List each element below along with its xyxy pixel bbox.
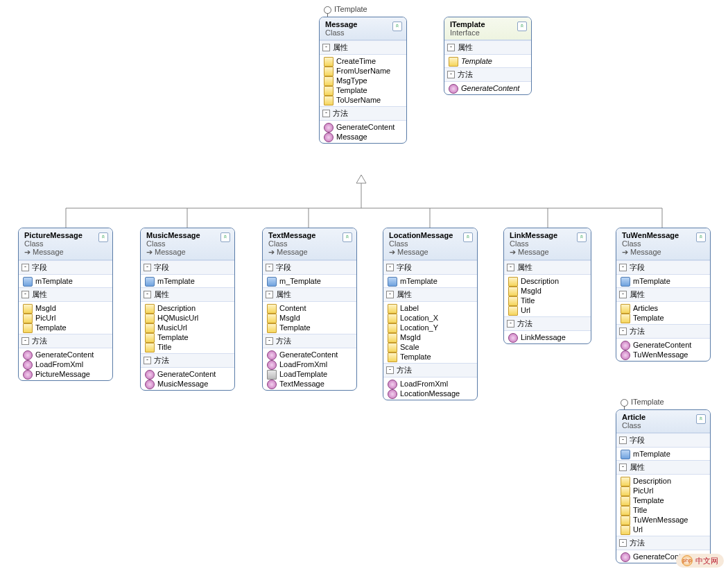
lollipop-itemplate-message: ITemplate bbox=[324, 5, 367, 14]
class-locationmessage[interactable]: LocationMessage Class Message -字段 mTempl… bbox=[383, 228, 478, 400]
class-linkmessage[interactable]: LinkMessage Class Message -属性 Descriptio… bbox=[503, 228, 591, 344]
section-props[interactable]: -属性 bbox=[444, 40, 531, 55]
prop: Content bbox=[263, 303, 356, 313]
interface-itemplate[interactable]: ITemplate Interface -属性 Template -方法 Gen… bbox=[444, 17, 532, 95]
section-methods[interactable]: -方法 bbox=[504, 316, 591, 331]
header: ITemplate Interface bbox=[444, 17, 531, 40]
property-icon bbox=[324, 96, 333, 105]
section-props[interactable]: -属性 bbox=[616, 460, 710, 475]
section-props[interactable]: -属性 bbox=[19, 287, 112, 302]
toggle-icon[interactable]: - bbox=[21, 337, 29, 345]
prop: FromUserName bbox=[320, 66, 406, 76]
prop: Url bbox=[616, 525, 710, 534]
method-icon bbox=[145, 380, 155, 389]
class-picturemessage[interactable]: PictureMessage Class Message -字段 mTempla… bbox=[18, 228, 113, 381]
name: LocationMessage bbox=[389, 231, 473, 239]
field: mTemplate bbox=[383, 276, 477, 286]
section-props[interactable]: -属性 bbox=[616, 287, 710, 302]
section-fields[interactable]: -字段 bbox=[263, 260, 356, 275]
name: TuWenMessage bbox=[622, 231, 706, 239]
section-fields[interactable]: -字段 bbox=[616, 260, 710, 275]
header: LocationMessage Class Message bbox=[383, 228, 477, 260]
toggle-icon[interactable]: - bbox=[386, 366, 394, 374]
toggle-icon[interactable]: - bbox=[21, 264, 29, 271]
toggle-icon[interactable]: - bbox=[386, 291, 394, 298]
toggle-icon[interactable]: - bbox=[144, 357, 151, 364]
property-icon bbox=[145, 323, 155, 333]
class-article[interactable]: Article Class -字段 mTemplate -属性 Descript… bbox=[616, 409, 711, 563]
toggle-icon[interactable]: - bbox=[21, 291, 29, 298]
class-tuwenmessage[interactable]: TuWenMessage Class Message -字段 mTemplate… bbox=[616, 228, 711, 362]
toggle-icon[interactable]: - bbox=[619, 328, 627, 335]
collapse-icon[interactable] bbox=[696, 414, 706, 424]
toggle-icon[interactable]: - bbox=[619, 436, 627, 444]
prop: Template bbox=[616, 313, 710, 323]
section-fields[interactable]: -字段 bbox=[616, 433, 710, 448]
section-methods[interactable]: -方法 bbox=[383, 363, 477, 377]
section-props[interactable]: -属性 bbox=[320, 40, 406, 55]
section-methods[interactable]: -方法 bbox=[444, 67, 531, 82]
section-props[interactable]: -属性 bbox=[141, 287, 234, 302]
prop: Template bbox=[19, 323, 112, 332]
section-methods[interactable]: -方法 bbox=[616, 536, 710, 550]
toggle-icon[interactable]: - bbox=[619, 464, 627, 471]
toggle-icon[interactable]: - bbox=[322, 110, 330, 117]
toggle-icon[interactable]: - bbox=[266, 337, 273, 345]
collapse-icon[interactable] bbox=[98, 232, 108, 242]
collapse-icon[interactable] bbox=[696, 232, 706, 242]
section-methods[interactable]: -方法 bbox=[263, 334, 356, 348]
toggle-icon[interactable]: - bbox=[619, 264, 627, 271]
prop: Scale bbox=[383, 342, 477, 352]
collapse-icon[interactable] bbox=[392, 22, 402, 31]
property-icon bbox=[508, 277, 518, 287]
toggle-icon[interactable]: - bbox=[322, 44, 330, 51]
property-icon bbox=[388, 314, 397, 323]
property-icon bbox=[23, 304, 33, 314]
methods-list: GenerateContent Message bbox=[320, 121, 406, 143]
props-list: CreateTime FromUserName MsgType Template… bbox=[320, 55, 406, 106]
class-message[interactable]: Message Class -属性 CreateTime FromUserNam… bbox=[319, 17, 407, 144]
section-methods[interactable]: -方法 bbox=[616, 324, 710, 339]
section-props[interactable]: -属性 bbox=[383, 287, 477, 302]
property-icon bbox=[388, 353, 397, 362]
method-icon bbox=[267, 350, 277, 360]
toggle-icon[interactable]: - bbox=[144, 264, 151, 271]
toggle-icon[interactable]: - bbox=[386, 264, 394, 271]
section-methods[interactable]: -方法 bbox=[320, 106, 406, 121]
section-props[interactable]: -属性 bbox=[504, 260, 591, 275]
property-icon bbox=[324, 57, 333, 67]
method: TuWenMessage bbox=[616, 350, 710, 359]
collapse-icon[interactable] bbox=[220, 232, 230, 242]
toggle-icon[interactable]: - bbox=[144, 291, 151, 298]
collapse-icon[interactable] bbox=[577, 232, 587, 242]
section-methods[interactable]: -方法 bbox=[141, 353, 234, 368]
section-fields[interactable]: -字段 bbox=[383, 260, 477, 275]
toggle-icon[interactable]: - bbox=[619, 291, 627, 298]
section-methods[interactable]: -方法 bbox=[19, 334, 112, 348]
type: Interface bbox=[450, 28, 527, 37]
toggle-icon[interactable]: - bbox=[507, 320, 514, 328]
toggle-icon[interactable]: - bbox=[447, 44, 455, 51]
collapse-icon[interactable] bbox=[517, 22, 527, 31]
field: m_Template bbox=[263, 276, 356, 286]
prop: Title bbox=[141, 342, 234, 352]
section-props[interactable]: -属性 bbox=[263, 287, 356, 302]
prop: PicUrl bbox=[19, 313, 112, 323]
toggle-icon[interactable]: - bbox=[447, 71, 455, 78]
class-musicmessage[interactable]: MusicMessage Class Message -字段 mTemplate… bbox=[140, 228, 235, 391]
toggle-icon[interactable]: - bbox=[266, 291, 273, 298]
collapse-icon[interactable] bbox=[463, 232, 473, 242]
method-icon bbox=[23, 360, 33, 370]
watermark: php 中文网 bbox=[676, 554, 724, 568]
class-textmessage[interactable]: TextMessage Class Message -字段 m_Template… bbox=[262, 228, 357, 391]
prop: Location_X bbox=[383, 313, 477, 323]
collapse-icon[interactable] bbox=[343, 232, 352, 242]
toggle-icon[interactable]: - bbox=[619, 539, 627, 547]
toggle-icon[interactable]: - bbox=[266, 264, 273, 271]
method: LocationMessage bbox=[383, 389, 477, 398]
section-fields[interactable]: -字段 bbox=[141, 260, 234, 275]
prop: MusicUrl bbox=[141, 323, 234, 332]
prop: Template bbox=[263, 323, 356, 332]
toggle-icon[interactable]: - bbox=[507, 264, 514, 271]
section-fields[interactable]: -字段 bbox=[19, 260, 112, 275]
